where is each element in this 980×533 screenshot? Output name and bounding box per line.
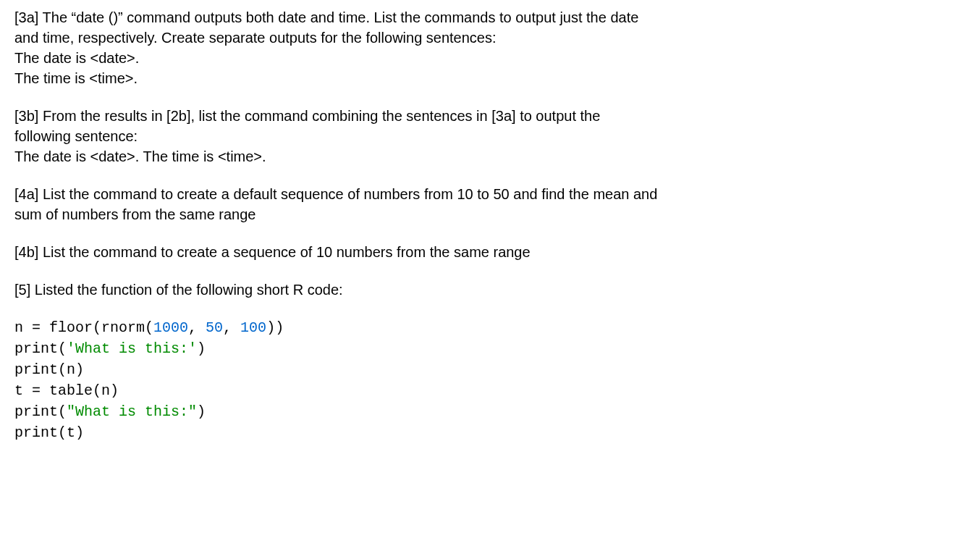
question-4a: [4a] List the command to create a defaul… xyxy=(14,184,966,224)
q4b-line1: [4b] List the command to create a sequen… xyxy=(14,244,531,260)
code-line-2: print('What is this:') xyxy=(14,340,206,357)
question-4b: [4b] List the command to create a sequen… xyxy=(14,242,966,262)
q3a-line4: The time is <time>. xyxy=(14,70,138,86)
r-code-block: n = floor(rnorm(1000, 50, 100)) print('W… xyxy=(14,317,966,443)
q3b-line3: The date is <date>. The time is <time>. xyxy=(14,148,266,164)
code-line-6: print(t) xyxy=(14,424,84,441)
code-line-1: n = floor(rnorm(1000, 50, 100)) xyxy=(14,319,284,336)
q3a-line3: The date is <date>. xyxy=(14,50,139,66)
question-5: [5] Listed the function of the following… xyxy=(14,280,966,300)
q3b-line1: [3b] From the results in [2b], list the … xyxy=(14,108,600,124)
code-line-3: print(n) xyxy=(14,361,84,378)
q3a-line1: [3a] The “date ()” command outputs both … xyxy=(14,9,638,25)
q3b-line2: following sentence: xyxy=(14,128,138,144)
code-line-5: print("What is this:") xyxy=(14,403,206,420)
q3a-line2: and time, respectively. Create separate … xyxy=(14,30,497,46)
q4a-line2: sum of numbers from the same range xyxy=(14,206,255,222)
code-line-4: t = table(n) xyxy=(14,382,119,399)
q4a-line1: [4a] List the command to create a defaul… xyxy=(14,186,657,202)
question-3a: [3a] The “date ()” command outputs both … xyxy=(14,7,966,88)
question-3b: [3b] From the results in [2b], list the … xyxy=(14,106,966,167)
q5-line1: [5] Listed the function of the following… xyxy=(14,282,343,298)
